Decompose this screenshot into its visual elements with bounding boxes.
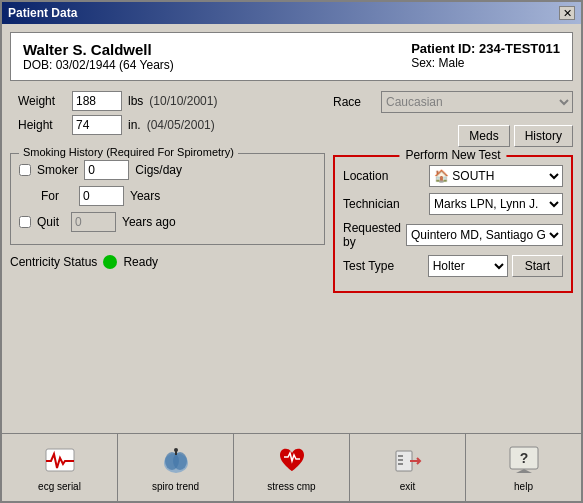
help-label: help bbox=[514, 481, 533, 492]
status-text: Ready bbox=[123, 255, 158, 269]
test-type-row: Test Type Holter ECG Spirometry Stress S… bbox=[343, 255, 563, 277]
height-date: (04/05/2001) bbox=[147, 118, 215, 132]
weight-unit: lbs bbox=[128, 94, 143, 108]
left-panel: Weight lbs (10/10/2001) Height in. (04/0… bbox=[10, 87, 325, 425]
svg-rect-6 bbox=[398, 455, 403, 457]
smoking-section: Smoking History (Required For Spirometry… bbox=[10, 153, 325, 245]
svg-text:?: ? bbox=[519, 450, 528, 466]
vitals-section: Weight lbs (10/10/2001) Height in. (04/0… bbox=[10, 87, 325, 143]
race-select[interactable]: Caucasian bbox=[381, 91, 573, 113]
weight-input[interactable] bbox=[72, 91, 122, 111]
middle-section: Weight lbs (10/10/2001) Height in. (04/0… bbox=[10, 87, 573, 425]
for-value-input[interactable] bbox=[79, 186, 124, 206]
requested-by-label: Requested by bbox=[343, 221, 402, 249]
perform-new-test-section: Perform New Test Location 🏠 SOUTH NORTH … bbox=[333, 155, 573, 293]
height-input[interactable] bbox=[72, 115, 122, 135]
centricity-label: Centricity Status bbox=[10, 255, 97, 269]
technician-label: Technician bbox=[343, 197, 425, 211]
for-row: For Years bbox=[19, 186, 316, 206]
cigs-label: Cigs/day bbox=[135, 163, 182, 177]
quit-label: Quit bbox=[37, 215, 59, 229]
height-row: Height in. (04/05/2001) bbox=[18, 115, 317, 135]
location-select[interactable]: 🏠 SOUTH NORTH EAST WEST bbox=[429, 165, 563, 187]
toolbar-exit[interactable]: exit bbox=[350, 434, 466, 501]
smoker-checkbox[interactable] bbox=[19, 164, 31, 176]
patient-name: Walter S. Caldwell bbox=[23, 41, 174, 58]
perform-legend: Perform New Test bbox=[399, 148, 506, 162]
quit-checkbox[interactable] bbox=[19, 216, 31, 228]
patient-header: Walter S. Caldwell DOB: 03/02/1944 (64 Y… bbox=[10, 32, 573, 81]
height-unit: in. bbox=[128, 118, 141, 132]
centricity-status: Centricity Status Ready bbox=[10, 251, 325, 273]
window-content: Walter S. Caldwell DOB: 03/02/1944 (64 Y… bbox=[2, 24, 581, 433]
weight-row: Weight lbs (10/10/2001) bbox=[18, 91, 317, 111]
toolbar-spiro-trend[interactable]: spiro trend bbox=[118, 434, 234, 501]
toolbar-stress-cmp[interactable]: stress cmp bbox=[234, 434, 350, 501]
exit-icon bbox=[390, 443, 426, 479]
requested-by-row: Requested by Quintero MD, Santiago G Oth… bbox=[343, 221, 563, 249]
test-type-select[interactable]: Holter ECG Spirometry Stress bbox=[428, 255, 508, 277]
patient-sex: Sex: Male bbox=[411, 56, 560, 70]
patient-id: Patient ID: 234-TEST011 bbox=[411, 41, 560, 56]
race-section: Race Caucasian bbox=[333, 87, 573, 117]
help-icon: ? bbox=[506, 443, 542, 479]
technician-select[interactable]: Marks LPN, Lynn J. Other bbox=[429, 193, 563, 215]
svg-rect-8 bbox=[398, 463, 403, 465]
smoker-row: Smoker Cigs/day bbox=[19, 160, 316, 180]
smoking-legend: Smoking History (Required For Spirometry… bbox=[19, 146, 238, 158]
close-button[interactable]: ✕ bbox=[559, 6, 575, 20]
test-type-label: Test Type bbox=[343, 259, 424, 273]
patient-id-block: Patient ID: 234-TEST011 Sex: Male bbox=[411, 41, 560, 70]
weight-label: Weight bbox=[18, 94, 66, 108]
meds-history-row: Meds History bbox=[333, 123, 573, 149]
cigs-value-input[interactable] bbox=[84, 160, 129, 180]
location-row: Location 🏠 SOUTH NORTH EAST WEST bbox=[343, 165, 563, 187]
ecg-serial-label: ecg serial bbox=[38, 481, 81, 492]
meds-button[interactable]: Meds bbox=[458, 125, 509, 147]
start-button[interactable]: Start bbox=[512, 255, 563, 277]
patient-dob: DOB: 03/02/1944 (64 Years) bbox=[23, 58, 174, 72]
svg-point-4 bbox=[174, 448, 178, 452]
exit-label: exit bbox=[400, 481, 416, 492]
stress-icon bbox=[274, 443, 310, 479]
requested-by-select[interactable]: Quintero MD, Santiago G Other bbox=[406, 224, 563, 246]
window-title: Patient Data bbox=[8, 6, 77, 20]
years-ago-label: Years ago bbox=[122, 215, 176, 229]
title-bar: Patient Data ✕ bbox=[2, 2, 581, 24]
height-label: Height bbox=[18, 118, 66, 132]
location-label: Location bbox=[343, 169, 425, 183]
history-button[interactable]: History bbox=[514, 125, 573, 147]
toolbar-help[interactable]: ? help bbox=[466, 434, 581, 501]
for-label: For bbox=[41, 189, 59, 203]
bottom-toolbar: ecg serial spiro trend st bbox=[2, 433, 581, 501]
technician-row: Technician Marks LPN, Lynn J. Other bbox=[343, 193, 563, 215]
smoker-label: Smoker bbox=[37, 163, 78, 177]
test-type-controls: Holter ECG Spirometry Stress Start bbox=[428, 255, 563, 277]
weight-date: (10/10/2001) bbox=[149, 94, 217, 108]
ecg-icon bbox=[42, 443, 78, 479]
patient-info-left: Walter S. Caldwell DOB: 03/02/1944 (64 Y… bbox=[23, 41, 174, 72]
stress-cmp-label: stress cmp bbox=[267, 481, 315, 492]
quit-row: Quit Years ago bbox=[19, 212, 316, 232]
svg-rect-7 bbox=[398, 459, 403, 461]
right-panel: Race Caucasian Meds History Perform New … bbox=[333, 87, 573, 425]
spiro-icon bbox=[158, 443, 194, 479]
status-indicator bbox=[103, 255, 117, 269]
years-label: Years bbox=[130, 189, 160, 203]
patient-data-window: Patient Data ✕ Walter S. Caldwell DOB: 0… bbox=[0, 0, 583, 503]
toolbar-ecg-serial[interactable]: ecg serial bbox=[2, 434, 118, 501]
quit-value-input[interactable] bbox=[71, 212, 116, 232]
spiro-trend-label: spiro trend bbox=[152, 481, 199, 492]
race-label: Race bbox=[333, 95, 373, 109]
